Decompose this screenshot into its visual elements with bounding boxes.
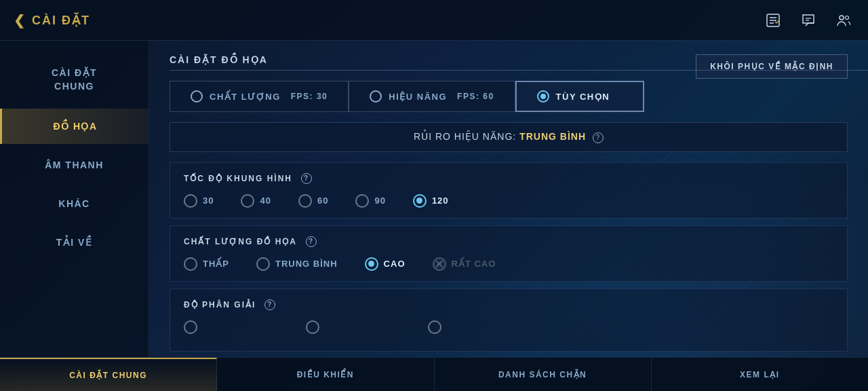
risk-help-icon[interactable]: ?: [593, 132, 604, 143]
quality-help-icon[interactable]: ?: [306, 236, 317, 247]
quality-radio-thap: [184, 257, 197, 271]
quality-radio-rat-cao: [433, 257, 446, 271]
bottom-nav-cai-dat-chung[interactable]: CÀI ĐẶT CHUNG: [0, 358, 217, 391]
topbar-icons: [762, 10, 854, 31]
resolution-help-icon[interactable]: ?: [264, 299, 275, 310]
fps-option-40[interactable]: 40: [241, 194, 271, 208]
chat-icon[interactable]: [797, 10, 819, 31]
sidebar-item-am-thanh-label: ÂM THANH: [45, 160, 104, 170]
quality-option-cao[interactable]: CAO: [365, 257, 406, 271]
sidebar-item-do-hoa[interactable]: ĐỒ HỌA: [0, 109, 149, 144]
fps-panel: TỐC ĐỘ KHUNG HÌNH ? 30 40 60 90 120: [170, 162, 848, 219]
fps-option-120[interactable]: 120: [413, 194, 449, 208]
fps-option-30[interactable]: 30: [184, 194, 214, 208]
fps-radio-60: [298, 194, 312, 208]
quest-icon[interactable]: [762, 10, 784, 31]
risk-banner: RỦI RO HIỆU NĂNG: TRUNG BÌNH ?: [170, 122, 848, 152]
sidebar-item-tai-ve[interactable]: TẢI VỀ: [0, 225, 149, 260]
quality-option-trung-binh[interactable]: TRUNG BÌNH: [256, 257, 338, 271]
bottom-nav-dieu-khien-label: ĐIỀU KHIỂN: [297, 370, 354, 379]
preset-tab-chat-luong[interactable]: CHẤT LƯỢNG FPS: 30: [170, 81, 349, 112]
fps-section-title: TỐC ĐỘ KHUNG HÌNH ?: [184, 173, 833, 184]
fps-option-90[interactable]: 90: [355, 194, 385, 208]
fps-help-icon[interactable]: ?: [301, 173, 312, 184]
bottom-nav: CÀI ĐẶT CHUNG ĐIỀU KHIỂN DANH SÁCH CHẶN …: [0, 357, 868, 391]
svg-point-6: [840, 16, 844, 20]
preset-radio-chat-luong: [191, 90, 203, 103]
friends-icon[interactable]: [833, 10, 854, 31]
preset-tab-hieu-nang[interactable]: HIỆU NĂNG FPS: 60: [349, 81, 515, 112]
main-content: KHÔI PHỤC VỀ MẶC ĐỊNH CÀI ĐẶT ĐỒ HỌA CHẤ…: [149, 41, 868, 357]
fps-options: 30 40 60 90 120: [184, 194, 833, 208]
quality-radio-cao: [365, 257, 378, 271]
sidebar-item-am-thanh[interactable]: ÂM THANH: [0, 147, 149, 183]
bottom-nav-xem-lai-label: XEM LẠI: [740, 370, 780, 379]
fps-label-chat-luong: FPS: 30: [291, 92, 328, 101]
bottom-nav-danh-sach-chan[interactable]: DANH SÁCH CHẶN: [435, 358, 652, 391]
sidebar-item-khac[interactable]: KHÁC: [0, 186, 149, 221]
preset-label-chat-luong: CHẤT LƯỢNG: [210, 92, 281, 102]
bottom-nav-danh-sach-chan-label: DANH SÁCH CHẶN: [498, 370, 587, 379]
preset-label-hieu-nang: HIỆU NĂNG: [389, 92, 447, 102]
resolution-option-1[interactable]: [184, 320, 197, 334]
resolution-section-title: ĐỘ PHÂN GIẢI ?: [184, 299, 833, 310]
preset-radio-tuy-chon: [537, 90, 549, 103]
quality-radio-trung-binh: [256, 257, 270, 271]
preset-radio-hieu-nang: [370, 90, 382, 103]
bottom-nav-dieu-khien[interactable]: ĐIỀU KHIỂN: [217, 358, 434, 391]
fps-radio-120: [413, 194, 427, 208]
svg-point-7: [846, 16, 849, 19]
resolution-radio-3: [428, 320, 441, 334]
bottom-nav-cai-dat-chung-label: CÀI ĐẶT CHUNG: [69, 371, 147, 380]
sidebar-item-do-hoa-label: ĐỒ HỌA: [53, 121, 97, 132]
quality-options: THẤP TRUNG BÌNH CAO RẤT CAO: [184, 257, 833, 271]
back-button[interactable]: ❮ CÀI ĐẶT: [14, 12, 90, 29]
fps-radio-40: [241, 194, 254, 208]
fps-option-60[interactable]: 60: [298, 194, 328, 208]
quality-section-title: CHẤT LƯỢNG ĐỒ HỌA ?: [184, 236, 833, 247]
risk-level: TRUNG BÌNH: [519, 131, 586, 142]
sidebar: CÀI ĐẶTCHUNG ĐỒ HỌA ÂM THANH KHÁC TẢI VỀ: [0, 41, 149, 357]
fps-radio-30: [184, 194, 197, 208]
back-arrow-icon: ❮: [14, 12, 26, 29]
resolution-radio-2: [306, 320, 319, 334]
quality-option-rat-cao[interactable]: RẤT CAO: [433, 257, 496, 271]
preset-tabs: CHẤT LƯỢNG FPS: 30 HIỆU NĂNG FPS: 60 TÙY…: [170, 81, 848, 112]
preset-label-tuy-chon: TÙY CHỌN: [556, 92, 610, 102]
resolution-radio-1: [184, 320, 197, 334]
quality-panel: CHẤT LƯỢNG ĐỒ HỌA ? THẤP TRUNG BÌNH CAO: [170, 225, 848, 282]
fps-label-hieu-nang: FPS: 60: [457, 92, 494, 101]
sidebar-item-cai-dat-chung[interactable]: CÀI ĐẶTCHUNG: [0, 54, 149, 105]
sidebar-item-khac-label: KHÁC: [58, 198, 90, 209]
resolution-panel: ĐỘ PHÂN GIẢI ?: [170, 288, 848, 352]
resolution-options: [184, 320, 833, 334]
graphics-section-title: CÀI ĐẶT ĐỒ HỌA: [170, 54, 848, 71]
topbar: ❮ CÀI ĐẶT: [0, 0, 868, 41]
resolution-option-2[interactable]: [306, 320, 319, 334]
bottom-nav-xem-lai[interactable]: XEM LẠI: [652, 358, 868, 391]
fps-radio-90: [355, 194, 369, 208]
page-title: CÀI ĐẶT: [32, 13, 90, 28]
risk-prefix: RỦI RO HIỆU NĂNG:: [414, 131, 516, 142]
sidebar-item-tai-ve-label: TẢI VỀ: [56, 237, 93, 248]
preset-tab-tuy-chon[interactable]: TÙY CHỌN: [515, 81, 644, 112]
resolution-option-3[interactable]: [428, 320, 441, 334]
quality-option-thap[interactable]: THẤP: [184, 257, 229, 271]
